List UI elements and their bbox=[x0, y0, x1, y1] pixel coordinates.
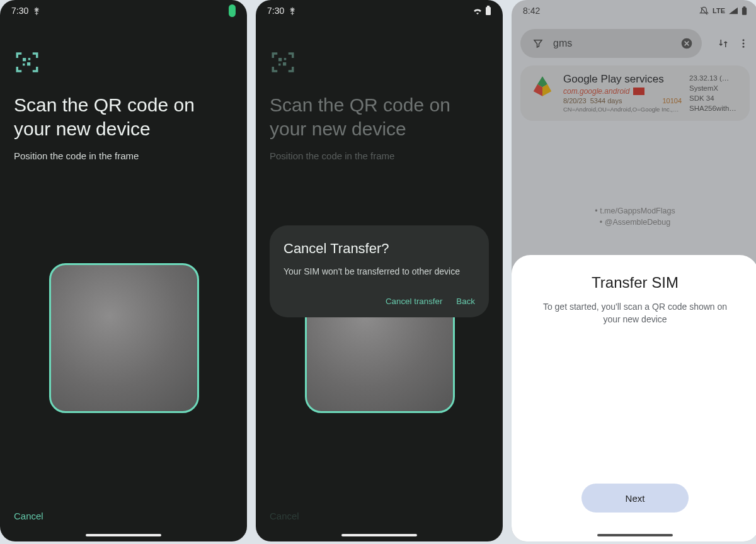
app-profile: SystemX bbox=[689, 83, 741, 93]
gesture-nav-pill[interactable] bbox=[597, 534, 673, 536]
phone-scan-qr-dialog: 7:30 ⚵ Scan the QR code on your new devi… bbox=[256, 0, 503, 541]
clock: 7:30 bbox=[11, 6, 28, 16]
battery-icon bbox=[742, 6, 747, 16]
app-row-google-play-services[interactable]: Google Play services com.google.android … bbox=[520, 65, 750, 121]
cancel-button[interactable]: Cancel bbox=[14, 511, 43, 521]
next-button[interactable]: Next bbox=[581, 484, 689, 513]
credit-line-2: • @AssembleDebug bbox=[512, 217, 756, 228]
app-date: 8/20/23 bbox=[563, 97, 587, 105]
battery-icon bbox=[229, 4, 236, 17]
svg-rect-8 bbox=[278, 64, 281, 66]
status-bar: 7:30 ⚵ bbox=[256, 0, 503, 21]
search-chip[interactable]: gms bbox=[520, 29, 702, 58]
network-label: LTE bbox=[713, 7, 725, 14]
sort-icon[interactable] bbox=[714, 35, 732, 52]
svg-rect-0 bbox=[23, 58, 26, 61]
gesture-nav-pill[interactable] bbox=[86, 534, 161, 536]
svg-rect-11 bbox=[743, 6, 746, 8]
page-subtitle: Position the code in the frame bbox=[14, 150, 233, 161]
filter-icon[interactable] bbox=[529, 35, 547, 52]
svg-rect-10 bbox=[742, 8, 747, 15]
app-age: 5344 days bbox=[590, 97, 622, 105]
clear-icon[interactable] bbox=[678, 35, 696, 52]
qr-icon bbox=[270, 49, 503, 76]
clock: 7:30 bbox=[267, 6, 284, 16]
gesture-nav-pill[interactable] bbox=[341, 534, 417, 536]
svg-rect-2 bbox=[23, 64, 25, 66]
credits: • t.me/GappsModFlags • @AssembleDebug bbox=[512, 205, 756, 228]
svg-rect-4 bbox=[486, 7, 491, 15]
svg-point-15 bbox=[743, 46, 745, 48]
qr-scan-frame[interactable] bbox=[49, 263, 199, 413]
sheet-title: Transfer SIM bbox=[592, 274, 679, 292]
page-title: Scan the QR code on your new device bbox=[14, 93, 233, 140]
svg-rect-9 bbox=[283, 62, 286, 65]
svg-rect-3 bbox=[27, 62, 30, 65]
transfer-sim-sheet: Transfer SIM To get started, you'll scan… bbox=[512, 255, 756, 541]
phone-transfer-sim-sheet: 8:42 LTE gms bbox=[512, 0, 756, 541]
signal-icon bbox=[729, 7, 738, 14]
dialog-title: Cancel Transfer? bbox=[284, 241, 475, 257]
search-query: gms bbox=[553, 38, 672, 49]
status-bar: 8:42 LTE bbox=[512, 0, 756, 21]
app-sha: SHA256with… bbox=[689, 103, 741, 113]
status-extra-icon: ⚵ bbox=[289, 6, 295, 16]
cancel-transfer-dialog: Cancel Transfer? Your SIM won't be trans… bbox=[270, 225, 489, 317]
dnd-icon bbox=[699, 6, 709, 16]
cancel-transfer-button[interactable]: Cancel transfer bbox=[386, 297, 442, 306]
flag-icon bbox=[633, 88, 644, 95]
page-subtitle: Position the code in the frame bbox=[270, 150, 489, 161]
app-icon bbox=[529, 73, 556, 99]
app-sdk: SDK 34 bbox=[689, 93, 741, 103]
app-package: com.google.android bbox=[563, 87, 629, 96]
dialog-body: Your SIM won't be transferred to other d… bbox=[284, 266, 475, 278]
svg-rect-1 bbox=[28, 58, 31, 60]
app-cert-dn: CN=Android,OU=Android,O=Google Inc.,L=Mo… bbox=[563, 106, 682, 113]
wifi-icon bbox=[472, 7, 483, 14]
credit-line-1: • t.me/GappsModFlags bbox=[512, 205, 756, 217]
svg-rect-7 bbox=[284, 58, 287, 60]
svg-rect-6 bbox=[278, 58, 282, 61]
app-version: 23.32.13 (… bbox=[689, 73, 741, 83]
app-name: Google Play services bbox=[563, 73, 682, 86]
svg-point-14 bbox=[743, 43, 745, 45]
sheet-body: To get started, you'll scan a QR code sh… bbox=[534, 300, 736, 326]
status-extra-icon: ⚵ bbox=[33, 6, 40, 16]
page-title: Scan the QR code on your new device bbox=[270, 93, 489, 140]
clock: 8:42 bbox=[523, 6, 540, 16]
svg-rect-5 bbox=[487, 6, 490, 7]
cancel-button: Cancel bbox=[270, 511, 299, 521]
phone-scan-qr: 7:30 ⚵ Scan the QR code on your new devi… bbox=[0, 0, 247, 541]
status-bar: 7:30 ⚵ bbox=[0, 0, 247, 21]
app-uid: 10104 bbox=[662, 97, 682, 105]
qr-icon bbox=[14, 49, 247, 76]
battery-icon bbox=[485, 6, 491, 16]
overflow-icon[interactable] bbox=[735, 35, 752, 52]
svg-point-13 bbox=[743, 39, 745, 41]
back-button[interactable]: Back bbox=[456, 297, 475, 306]
